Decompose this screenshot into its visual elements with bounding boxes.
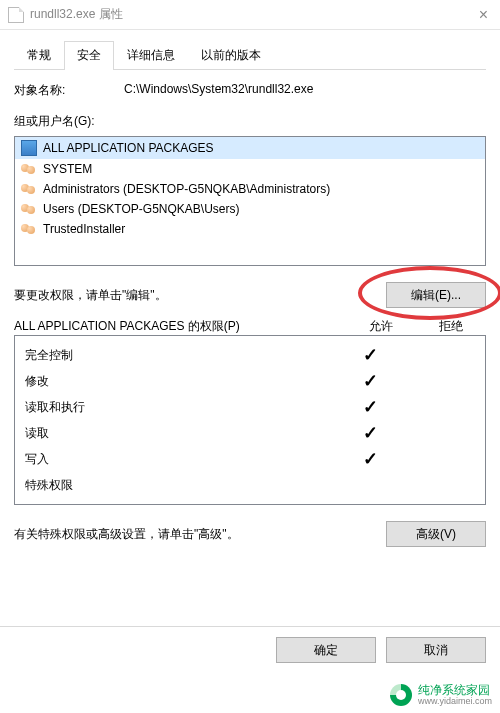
users-icon bbox=[21, 202, 37, 216]
ok-button[interactable]: 确定 bbox=[276, 637, 376, 663]
list-item[interactable]: Administrators (DESKTOP-G5NQKAB\Administ… bbox=[15, 179, 485, 199]
check-icon bbox=[363, 449, 378, 469]
list-item-label: ALL APPLICATION PACKAGES bbox=[43, 141, 214, 155]
tab-details[interactable]: 详细信息 bbox=[114, 41, 188, 70]
list-item[interactable]: ALL APPLICATION PACKAGES bbox=[15, 137, 485, 159]
perm-allow bbox=[335, 398, 405, 416]
users-icon bbox=[21, 182, 37, 196]
perm-allow bbox=[335, 346, 405, 364]
package-icon bbox=[21, 140, 37, 156]
perm-name: 读取 bbox=[25, 425, 335, 442]
perm-row: 特殊权限 bbox=[25, 472, 475, 498]
perm-name: 读取和执行 bbox=[25, 399, 335, 416]
window-title: rundll32.exe 属性 bbox=[30, 6, 123, 23]
list-item-label: SYSTEM bbox=[43, 162, 92, 176]
check-icon bbox=[363, 371, 378, 391]
permissions-header: ALL APPLICATION PACKAGES 的权限(P) 允许 拒绝 bbox=[14, 318, 486, 335]
object-path: C:\Windows\System32\rundll32.exe bbox=[124, 82, 486, 99]
allow-header: 允许 bbox=[346, 318, 416, 335]
footer: 确定 取消 bbox=[0, 626, 500, 673]
perm-allow bbox=[335, 450, 405, 468]
check-icon bbox=[363, 423, 378, 443]
watermark: 纯净系统家园 www.yidaimei.com bbox=[390, 684, 492, 707]
perm-name: 写入 bbox=[25, 451, 335, 468]
dialog-body: 常规 安全 详细信息 以前的版本 对象名称: C:\Windows\System… bbox=[0, 30, 500, 547]
groups-label: 组或用户名(G): bbox=[14, 113, 486, 130]
perm-allow bbox=[335, 424, 405, 442]
list-item[interactable]: TrustedInstaller bbox=[15, 219, 485, 239]
advanced-instruction: 有关特殊权限或高级设置，请单击"高级"。 bbox=[14, 526, 386, 543]
advanced-button[interactable]: 高级(V) bbox=[386, 521, 486, 547]
list-item[interactable]: SYSTEM bbox=[15, 159, 485, 179]
users-icon bbox=[21, 162, 37, 176]
perm-row: 读取 bbox=[25, 420, 475, 446]
check-icon bbox=[363, 397, 378, 417]
tabs: 常规 安全 详细信息 以前的版本 bbox=[14, 40, 486, 70]
groups-listbox[interactable]: ALL APPLICATION PACKAGES SYSTEM Administ… bbox=[14, 136, 486, 266]
close-icon[interactable]: × bbox=[475, 6, 492, 24]
tab-security[interactable]: 安全 bbox=[64, 41, 114, 70]
perm-allow bbox=[335, 372, 405, 390]
perm-name: 特殊权限 bbox=[25, 477, 335, 494]
watermark-url: www.yidaimei.com bbox=[418, 697, 492, 707]
object-row: 对象名称: C:\Windows\System32\rundll32.exe bbox=[14, 82, 486, 99]
users-icon bbox=[21, 222, 37, 236]
object-label: 对象名称: bbox=[14, 82, 124, 99]
permissions-box: 完全控制 修改 读取和执行 读取 写入 特殊权限 bbox=[14, 335, 486, 505]
perm-row: 读取和执行 bbox=[25, 394, 475, 420]
tab-general[interactable]: 常规 bbox=[14, 41, 64, 70]
list-item-label: Administrators (DESKTOP-G5NQKAB\Administ… bbox=[43, 182, 330, 196]
edit-button[interactable]: 编辑(E)... bbox=[386, 282, 486, 308]
permissions-for-label: ALL APPLICATION PACKAGES 的权限(P) bbox=[14, 318, 346, 335]
perm-row: 完全控制 bbox=[25, 342, 475, 368]
list-item[interactable]: Users (DESKTOP-G5NQKAB\Users) bbox=[15, 199, 485, 219]
list-item-label: Users (DESKTOP-G5NQKAB\Users) bbox=[43, 202, 239, 216]
tab-previous-versions[interactable]: 以前的版本 bbox=[188, 41, 274, 70]
perm-name: 修改 bbox=[25, 373, 335, 390]
check-icon bbox=[363, 345, 378, 365]
list-item-label: TrustedInstaller bbox=[43, 222, 125, 236]
advanced-row: 有关特殊权限或高级设置，请单击"高级"。 高级(V) bbox=[14, 521, 486, 547]
deny-header: 拒绝 bbox=[416, 318, 486, 335]
file-icon bbox=[8, 7, 24, 23]
titlebar: rundll32.exe 属性 × bbox=[0, 0, 500, 30]
watermark-logo-icon bbox=[390, 684, 412, 706]
edit-instruction: 要更改权限，请单击"编辑"。 bbox=[14, 287, 386, 304]
perm-row: 写入 bbox=[25, 446, 475, 472]
cancel-button[interactable]: 取消 bbox=[386, 637, 486, 663]
perm-name: 完全控制 bbox=[25, 347, 335, 364]
edit-row: 要更改权限，请单击"编辑"。 编辑(E)... bbox=[14, 282, 486, 308]
perm-row: 修改 bbox=[25, 368, 475, 394]
